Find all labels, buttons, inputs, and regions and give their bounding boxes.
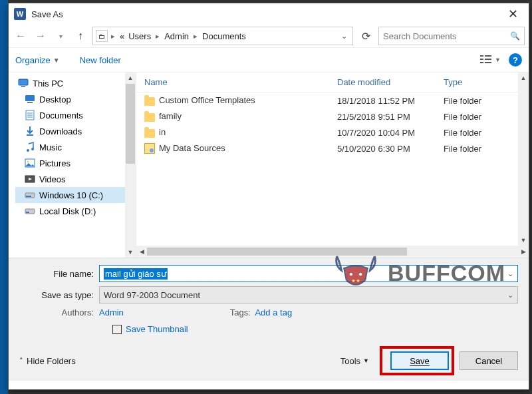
desktop-icon <box>25 94 35 104</box>
close-button[interactable]: ✕ <box>503 5 523 23</box>
tree-downloads[interactable]: Downloads <box>15 123 126 139</box>
documents-icon <box>25 110 35 120</box>
scroll-right-icon[interactable]: ▶ <box>518 248 529 255</box>
svg-point-16 <box>31 148 34 150</box>
music-icon <box>25 142 35 152</box>
tree-pictures[interactable]: Pictures <box>15 155 126 171</box>
chevron-right-icon: ▸ <box>192 32 200 41</box>
organize-menu[interactable]: Organize ▼ <box>15 55 60 65</box>
file-row[interactable]: My Data Sources 5/10/2020 6:30 PM File f… <box>136 140 529 156</box>
save-form: File name: mail gửi giáo sư ⌄ Save as ty… <box>9 258 529 381</box>
authors-label: Authors: <box>19 307 99 317</box>
folder-icon <box>144 129 155 138</box>
pc-icon <box>18 78 29 89</box>
savetype-value: Word 97-2003 Document <box>104 290 200 300</box>
chevron-down-icon[interactable]: ⌄ <box>507 291 513 299</box>
save-as-dialog: W Save As ✕ ← → ▾ ↑ 🗀 ▸ « Users ▸ Admin … <box>8 3 529 390</box>
svg-rect-5 <box>485 62 491 63</box>
scroll-up-icon[interactable]: ▲ <box>518 73 529 83</box>
svg-rect-7 <box>21 86 25 87</box>
checkbox-icon[interactable] <box>112 325 122 334</box>
scroll-up-icon[interactable]: ▲ <box>125 73 136 83</box>
chevron-right-icon: ▸ <box>154 32 162 41</box>
cancel-button[interactable]: Cancel <box>460 351 518 370</box>
svg-rect-6 <box>19 79 28 85</box>
file-row[interactable]: Custom Office Templates 18/1/2018 11:52 … <box>136 93 529 108</box>
folder-icon: 🗀 <box>96 30 108 42</box>
sidebar-scrollbar[interactable]: ▲ ▼ <box>125 73 136 258</box>
file-list: Name Date modified Type Custom Office Te… <box>136 73 529 258</box>
hide-folders-button[interactable]: ˄ Hide Folders <box>19 356 76 366</box>
save-thumbnail-checkbox[interactable]: Save Thumbnail <box>112 324 518 334</box>
breadcrumb-documents[interactable]: Documents <box>201 31 247 41</box>
folder-icon <box>144 97 155 106</box>
col-type[interactable]: Type <box>436 77 502 87</box>
svg-rect-4 <box>485 59 491 60</box>
help-button[interactable]: ? <box>509 53 522 67</box>
chevron-down-icon: ▼ <box>363 357 369 364</box>
nav-row: ← → ▾ ↑ 🗀 ▸ « Users ▸ Admin ▸ Documents … <box>9 25 529 47</box>
authors-value[interactable]: Admin <box>99 307 124 317</box>
save-button[interactable]: Save <box>390 351 449 370</box>
tools-menu[interactable]: Tools ▼ <box>340 356 369 366</box>
savetype-select[interactable]: Word 97-2003 Document ⌄ <box>99 286 518 303</box>
file-scrollbar-v[interactable]: ▲ ▼ <box>518 73 529 246</box>
tags-label: Tags: <box>230 307 251 317</box>
breadcrumb-prefix: « <box>118 31 126 41</box>
savetype-label: Save as type: <box>19 290 99 300</box>
drive-icon <box>25 206 35 216</box>
scroll-down-icon[interactable]: ▼ <box>518 235 529 246</box>
file-row[interactable]: in 10/7/2020 10:04 PM File folder <box>136 124 529 140</box>
tree-music[interactable]: Music <box>15 139 126 155</box>
tree-drive-d[interactable]: Local Disk (D:) <box>15 203 126 219</box>
view-options-button[interactable]: ▼ <box>480 55 501 65</box>
svg-point-15 <box>27 149 29 152</box>
search-input[interactable]: Search Documents 🔍 <box>378 27 525 45</box>
svg-rect-3 <box>485 55 491 57</box>
refresh-button[interactable]: ⟳ <box>357 27 374 45</box>
chevron-right-icon: ▸ <box>109 32 117 41</box>
back-button[interactable]: ← <box>13 28 29 44</box>
svg-rect-1 <box>480 59 483 60</box>
breadcrumb-users[interactable]: Users <box>127 31 152 41</box>
videos-icon <box>25 174 35 184</box>
new-folder-button[interactable]: New folder <box>80 55 121 65</box>
col-name[interactable]: Name <box>136 77 329 87</box>
filename-label: File name: <box>19 269 99 279</box>
scroll-thumb[interactable] <box>126 84 135 164</box>
breadcrumb-bar[interactable]: 🗀 ▸ « Users ▸ Admin ▸ Documents ⌄ <box>92 27 353 45</box>
search-icon: 🔍 <box>510 31 520 41</box>
forward-button: → <box>33 28 49 44</box>
window-title: Save As <box>31 9 503 19</box>
col-date[interactable]: Date modified <box>329 77 436 87</box>
chevron-down-icon[interactable]: ⌄ <box>507 270 513 278</box>
tree-videos[interactable]: Videos <box>15 171 126 187</box>
tree-drive-c[interactable]: Windows 10 (C:) <box>15 187 126 203</box>
file-scrollbar-h[interactable]: ◀ ▶ <box>136 246 529 258</box>
svg-point-18 <box>27 161 29 163</box>
drive-icon <box>25 190 35 200</box>
svg-rect-0 <box>480 55 483 57</box>
filename-input[interactable]: mail gửi giáo sư ⌄ <box>99 265 518 282</box>
data-source-icon <box>144 143 155 154</box>
breadcrumb-dropdown[interactable]: ⌄ <box>341 32 350 41</box>
scroll-left-icon[interactable]: ◀ <box>136 248 147 255</box>
chevron-down-icon: ▼ <box>495 57 501 63</box>
highlight-annotation: Save <box>380 346 454 375</box>
svg-rect-24 <box>26 212 29 213</box>
downloads-icon <box>25 126 35 136</box>
scroll-thumb[interactable] <box>147 248 407 256</box>
up-button[interactable]: ↑ <box>72 28 88 44</box>
recent-dropdown[interactable]: ▾ <box>53 28 68 44</box>
svg-rect-9 <box>27 102 33 103</box>
tree-this-pc[interactable]: This PC <box>15 75 126 91</box>
folder-icon <box>144 113 155 122</box>
tree-documents[interactable]: Documents <box>15 107 126 123</box>
search-placeholder: Search Documents <box>383 31 457 41</box>
scroll-down-icon[interactable]: ▼ <box>125 247 136 258</box>
file-row[interactable]: family 21/5/2018 9:51 PM File folder <box>136 108 529 124</box>
svg-rect-8 <box>25 95 35 101</box>
breadcrumb-admin[interactable]: Admin <box>163 31 190 41</box>
tags-value[interactable]: Add a tag <box>255 307 292 317</box>
tree-desktop[interactable]: Desktop <box>15 91 126 107</box>
